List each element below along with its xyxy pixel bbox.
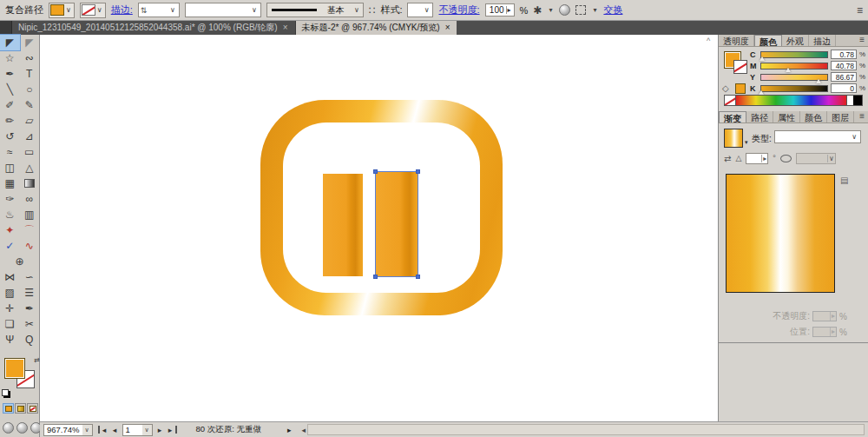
color-stroke-swatch[interactable] xyxy=(733,60,747,74)
selection-handle[interactable] xyxy=(373,275,378,279)
tab-appearance[interactable]: 外观 xyxy=(782,35,809,46)
artboard-canvas[interactable] xyxy=(40,35,718,421)
draw-behind-button[interactable] xyxy=(16,422,28,434)
channel-value-input[interactable]: 0 xyxy=(831,83,857,93)
rotate-tool[interactable]: ↺ xyxy=(0,129,20,144)
tab-stroke[interactable]: 描边 xyxy=(809,35,836,46)
draw-normal-button[interactable] xyxy=(3,422,14,434)
slider-thumb[interactable] xyxy=(760,56,765,61)
eyedropper-tool[interactable]: ✑ xyxy=(0,191,20,207)
tab-gradient[interactable]: 渐变 xyxy=(719,111,746,122)
channel-slider-track[interactable] xyxy=(760,63,828,70)
line-segment-tool[interactable]: ╲ xyxy=(0,82,20,97)
paint-gradient-button[interactable] xyxy=(15,403,26,414)
tab-transparency[interactable]: 透明度 xyxy=(719,35,754,46)
tab-attributes[interactable]: 属性 xyxy=(773,111,800,122)
tab-color-guide[interactable]: 颜色 xyxy=(800,111,827,122)
blend-tool[interactable]: ∞ xyxy=(20,191,40,207)
dots-icon[interactable]: ∷ xyxy=(369,5,376,16)
default-fill-stroke-icon[interactable] xyxy=(2,389,9,396)
selection-handle[interactable] xyxy=(373,169,378,174)
measure-tool[interactable]: ✛ xyxy=(0,301,20,316)
swap-fill-stroke-icon[interactable]: ⇄ xyxy=(34,356,40,364)
slider-thumb[interactable] xyxy=(816,79,821,83)
tab-layers[interactable]: 图层 xyxy=(827,111,854,122)
warp-tool[interactable]: ⋈ xyxy=(0,269,20,285)
magic-wand-tool[interactable]: ☆ xyxy=(0,50,20,66)
color-spectrum-bar[interactable] xyxy=(724,95,863,106)
close-icon[interactable]: × xyxy=(282,23,289,32)
next-artboard-button[interactable]: ▸ xyxy=(155,424,166,435)
recolor-artwork-icon[interactable]: ✱ xyxy=(533,5,542,16)
align-boundbox-icon[interactable] xyxy=(575,5,586,15)
symbol-sprayer-tool[interactable]: ♨ xyxy=(0,207,20,222)
white-swatch[interactable] xyxy=(846,96,853,105)
gradient-preview-square[interactable] xyxy=(726,174,835,293)
ellipse-tool[interactable]: ○ xyxy=(20,82,40,97)
tab-document-1[interactable]: Nipic_12310549_20140512125852044358.ai* … xyxy=(12,21,296,35)
live-paint-selection-tool[interactable]: ⌒ xyxy=(20,222,40,238)
gradient-swatch[interactable] xyxy=(724,129,743,148)
previous-artboard-button[interactable]: ◂ xyxy=(109,424,121,435)
zoom-level-select[interactable]: 967.74% ∨ xyxy=(43,424,93,436)
channel-value-input[interactable]: 86.67 xyxy=(831,72,857,82)
scale-tool[interactable]: ⊿ xyxy=(20,129,40,144)
perspective-grid-tool[interactable]: △ xyxy=(20,160,40,175)
swap-link[interactable]: 交换 xyxy=(603,3,622,17)
eraser-tool[interactable]: ▱ xyxy=(20,113,40,129)
paint-none-button[interactable] xyxy=(27,403,38,414)
arrow-right-icon[interactable]: ▸ xyxy=(506,6,512,14)
live-paint-bucket-tool[interactable]: ✦ xyxy=(0,222,20,238)
blob-brush-tool[interactable]: ✏ xyxy=(0,113,20,129)
lasso-tool[interactable]: ∾ xyxy=(20,50,40,66)
channel-slider-track[interactable] xyxy=(760,85,828,92)
chevron-down-icon[interactable]: ▾ xyxy=(745,139,748,146)
gradient-options-icon[interactable]: ▤ xyxy=(840,175,848,185)
channel-slider-track[interactable] xyxy=(760,51,828,58)
style-select[interactable]: ∨ xyxy=(407,3,433,17)
symbol-shifter-tool[interactable]: ☰ xyxy=(20,285,40,301)
scrollbar-up-arrow[interactable]: ^ xyxy=(701,36,715,47)
tab-document-2[interactable]: 未标题-2* @ 967.74% (CMYK/预览) × xyxy=(296,21,457,35)
arrow-right-icon[interactable]: ▸ xyxy=(761,155,767,162)
gradient-type-select[interactable]: ∨ xyxy=(774,130,861,143)
width-tool[interactable]: ≈ xyxy=(0,144,20,160)
paintbrush-tool[interactable]: ✐ xyxy=(0,97,20,113)
none-swatch[interactable] xyxy=(725,96,736,105)
stroke-link[interactable]: 描边: xyxy=(111,3,133,17)
channel-slider-track[interactable] xyxy=(760,74,828,81)
control-panel-menu-icon[interactable]: ≡ xyxy=(857,5,863,16)
shape-builder-tool[interactable]: ◫ xyxy=(0,160,20,175)
chevron-down-icon[interactable]: ▾ xyxy=(547,6,554,14)
direct-selection-tool[interactable]: ◤ xyxy=(20,35,40,50)
type-tool[interactable]: T xyxy=(20,66,40,82)
zoom-tool[interactable]: Q xyxy=(20,332,40,348)
tab-pathfinder[interactable]: 路径 xyxy=(746,111,773,122)
close-icon[interactable]: × xyxy=(444,23,451,32)
opacity-link[interactable]: 不透明度: xyxy=(438,3,479,17)
wrinkle-tool[interactable]: ∽ xyxy=(20,269,40,285)
fill-swatch[interactable] xyxy=(4,358,25,379)
artboard-tool[interactable]: ❏ xyxy=(0,316,20,332)
brush-definition-select[interactable]: 基本 ∨ xyxy=(266,3,364,17)
wave-tool[interactable]: ∿ xyxy=(20,238,40,254)
selection-tool[interactable]: ◤ xyxy=(0,35,20,50)
slider-thumb[interactable] xyxy=(786,68,791,72)
fill-color-picker[interactable]: ∨ xyxy=(49,3,75,18)
panel-menu-icon[interactable]: ≡ xyxy=(856,111,868,122)
stroke-color-picker[interactable]: ∨ xyxy=(80,3,106,18)
panel-menu-icon[interactable]: ≡ xyxy=(856,35,868,46)
free-transform-tool[interactable]: ▭ xyxy=(20,144,40,160)
horizontal-scrollbar-track[interactable] xyxy=(307,424,865,435)
paint-color-button[interactable] xyxy=(3,403,14,414)
gradient-angle-input[interactable]: ▸ xyxy=(746,153,768,164)
tab-color[interactable]: 颜色 xyxy=(754,35,782,46)
hand-tool[interactable]: Ψ xyxy=(0,332,20,348)
status-expand-arrow-icon[interactable]: ▸ xyxy=(287,426,292,434)
mesh-tool[interactable]: ▦ xyxy=(0,175,20,191)
black-swatch[interactable] xyxy=(853,96,862,105)
hscroll-left-arrow-icon[interactable]: ◂ xyxy=(302,426,306,434)
crystallize-tool[interactable]: ▨ xyxy=(0,285,20,301)
perspective-selection-tool[interactable]: ⊕ xyxy=(0,254,39,269)
artboard-number-select[interactable]: 1 ∨ xyxy=(122,424,153,436)
